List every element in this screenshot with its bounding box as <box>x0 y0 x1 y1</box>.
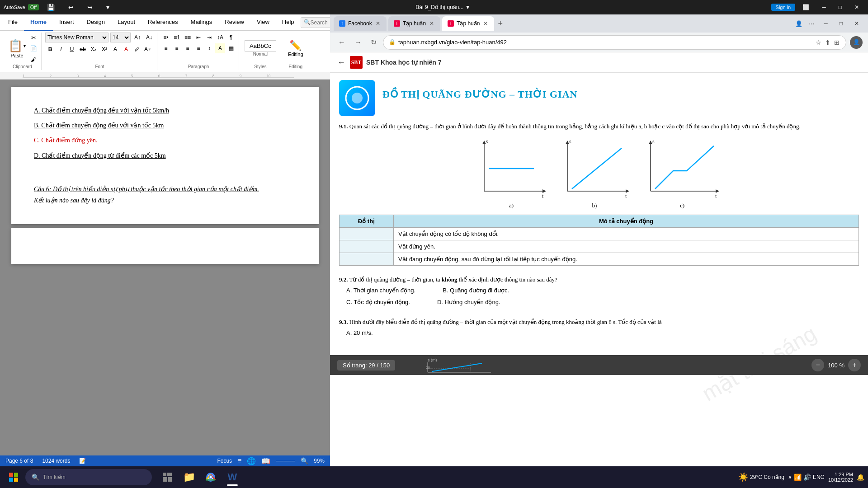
borders-btn[interactable]: ▦ <box>226 43 236 53</box>
tab-file[interactable]: File <box>2 14 24 31</box>
zoom-in-btn[interactable]: + <box>848 359 861 371</box>
maximize-btn[interactable]: □ <box>833 0 847 14</box>
weather-widget[interactable]: ☀️ 29°C Có nắng <box>738 472 784 482</box>
svg-rect-46 <box>167 473 172 476</box>
forward-btn[interactable]: → <box>352 37 364 48</box>
ribbon-display-btn[interactable]: ⬜ <box>797 0 815 14</box>
more-btn[interactable]: ▾ <box>101 0 115 14</box>
subscript-btn[interactable]: X₂ <box>89 44 99 54</box>
superscript-btn[interactable]: X² <box>99 44 109 54</box>
underline-btn[interactable]: U <box>67 44 77 54</box>
format-painter-btn[interactable]: 🖌 <box>28 54 38 64</box>
taskview-btn[interactable] <box>157 467 177 487</box>
editing-button[interactable]: ✏️ Editing <box>286 38 305 59</box>
font-size-select[interactable]: 14 <box>110 33 131 42</box>
decrease-indent-btn[interactable]: ⇤ <box>193 33 203 42</box>
fontcolor-btn[interactable]: A▼ <box>143 44 153 54</box>
texteffect-btn[interactable]: A <box>110 44 120 54</box>
tab-design[interactable]: Design <box>80 14 111 31</box>
focus-btn[interactable]: Focus <box>217 458 232 464</box>
undo-btn[interactable]: ↩ <box>63 0 79 14</box>
browser-minimize-btn[interactable]: ─ <box>818 17 833 30</box>
shading-btn[interactable]: A <box>215 43 225 53</box>
profile-menu-btn[interactable]: 👤 <box>793 17 805 30</box>
sign-in-button[interactable]: Sign in <box>771 4 796 11</box>
numbering-btn[interactable]: ≡1 <box>172 33 182 42</box>
cut-btn[interactable]: ✂ <box>28 33 38 42</box>
justify-btn[interactable]: ≡ <box>193 43 203 53</box>
tab-review[interactable]: Review <box>218 14 250 31</box>
view-web-btn[interactable]: 🌐 <box>247 457 256 465</box>
browser-tab-facebook[interactable]: f Facebook ✕ <box>334 16 387 31</box>
decrease-font-btn[interactable]: A↓ <box>144 33 154 42</box>
styles-button[interactable]: AaBbCc Normal <box>243 38 278 58</box>
tab-insert[interactable]: Insert <box>53 14 80 31</box>
align-center-btn[interactable]: ≡ <box>172 43 182 53</box>
multilevel-btn[interactable]: ≡≡ <box>183 33 193 42</box>
browser-tab-taphuan2[interactable]: T Tập huấn ✕ <box>442 16 494 31</box>
table-dothi-3 <box>340 253 394 266</box>
refresh-btn[interactable]: ↻ <box>368 36 379 48</box>
taskbar-search-box[interactable]: 🔍 Tìm kiếm <box>25 469 152 485</box>
address-input-wrap[interactable]: 🔒 ☆ ⬆ ⊞ <box>383 35 846 50</box>
font-family-select[interactable]: Times New Roman <box>45 33 108 42</box>
bullets-btn[interactable]: ≡• <box>161 33 171 42</box>
increase-indent-btn[interactable]: ⇥ <box>204 33 214 42</box>
browser-tab-taphuan1[interactable]: T Tập huấn ✕ <box>388 16 440 31</box>
chrome-btn[interactable] <box>201 467 221 487</box>
browser-maximize-btn[interactable]: □ <box>834 17 848 30</box>
profile-icon[interactable]: 👤 <box>850 36 863 49</box>
tray-up-btn[interactable]: ∧ <box>788 474 792 480</box>
align-right-btn[interactable]: ≡ <box>183 43 193 53</box>
align-left-btn[interactable]: ≡ <box>161 43 171 53</box>
share-browser-btn[interactable]: ⬆ <box>824 38 831 47</box>
taphuan2-tab-close[interactable]: ✕ <box>482 19 489 28</box>
line-spacing-btn[interactable]: ↕ <box>204 43 214 53</box>
increase-font-btn[interactable]: A↑ <box>132 33 142 42</box>
tab-home[interactable]: Home <box>24 14 53 31</box>
notification-btn[interactable]: 🔔 <box>857 474 864 481</box>
explorer-btn[interactable]: 📁 <box>179 467 199 487</box>
view-normal-btn[interactable]: ≡ <box>237 457 241 465</box>
collections-btn[interactable]: ⊞ <box>833 38 840 47</box>
bookmark-btn[interactable]: ☆ <box>815 38 822 47</box>
book-title: SBT Khoa học tự nhiên 7 <box>366 59 442 66</box>
facebook-tab-close[interactable]: ✕ <box>375 19 381 28</box>
graphs-row: s t a) <box>339 137 859 209</box>
paste-button[interactable]: 📋 ▾ Paste <box>6 37 28 60</box>
browser-settings-btn[interactable]: ⋯ <box>806 17 817 30</box>
start-btn[interactable] <box>4 467 24 487</box>
close-btn[interactable]: ✕ <box>849 0 864 14</box>
lang-indicator[interactable]: ENG <box>813 474 825 480</box>
new-tab-button[interactable]: + <box>496 19 505 28</box>
tab-mailings[interactable]: Mailings <box>184 14 219 31</box>
strikethrough-btn[interactable]: ab <box>78 44 88 54</box>
redo-btn[interactable]: ↪ <box>82 0 98 14</box>
save-icon[interactable]: 💾 <box>42 0 60 14</box>
address-input[interactable] <box>398 39 812 46</box>
back-arrow-btn[interactable]: ← <box>337 58 345 67</box>
italic-btn[interactable]: I <box>56 44 66 54</box>
copy-btn[interactable]: 📄 <box>28 43 38 53</box>
tab-layout[interactable]: Layout <box>111 14 142 31</box>
zoom-out-btn[interactable]: − <box>811 359 824 371</box>
word-taskbar-btn[interactable]: W <box>222 467 242 487</box>
browser-title-bar: f Facebook ✕ T Tập huấn ✕ T Tập huấn ✕ +… <box>330 14 868 33</box>
sort-btn[interactable]: ↕A <box>215 33 225 42</box>
tab-help[interactable]: Help <box>276 14 301 31</box>
tab-view[interactable]: View <box>250 14 276 31</box>
option-b: B. Chất điểm chuyển động đều với vận tốc… <box>34 120 296 131</box>
view-read-btn[interactable]: 📖 <box>261 457 270 465</box>
browser-close-btn[interactable]: ✕ <box>849 17 864 30</box>
taphuan1-tab-close[interactable]: ✕ <box>429 19 435 28</box>
back-btn[interactable]: ← <box>335 37 348 48</box>
clock[interactable]: 1:29 PM 10/12/2022 <box>828 472 853 483</box>
bold-btn[interactable]: B <box>45 44 55 54</box>
svg-rect-41 <box>9 473 13 477</box>
highlight-btn[interactable]: 🖊 <box>132 44 142 54</box>
minimize-btn[interactable]: ─ <box>816 0 831 14</box>
tab-references[interactable]: References <box>142 14 184 31</box>
autosave-state[interactable]: Off <box>28 4 39 10</box>
show-marks-btn[interactable]: ¶ <box>226 33 236 42</box>
textcolor-btn[interactable]: A <box>121 44 131 54</box>
